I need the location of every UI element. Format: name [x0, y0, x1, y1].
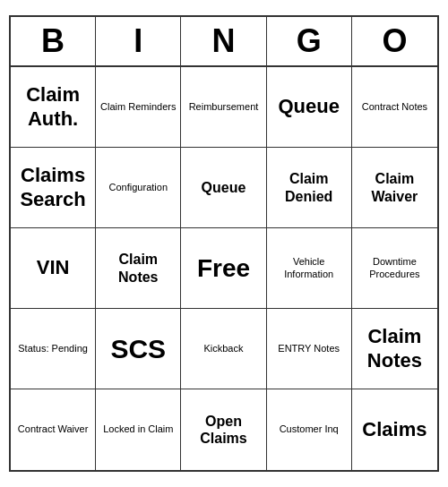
- bingo-cell-14: Downtime Procedures: [352, 228, 437, 309]
- bingo-cell-17: Kickback: [181, 309, 266, 389]
- bingo-cell-24: Claims: [352, 389, 437, 470]
- cell-text-24: Claims: [362, 418, 426, 441]
- header-letter-G: G: [267, 17, 352, 65]
- header-letter-N: N: [181, 17, 266, 65]
- bingo-cell-22: Open Claims: [181, 389, 266, 470]
- cell-text-19: Claim Notes: [356, 325, 434, 372]
- bingo-cell-7: Queue: [181, 148, 266, 228]
- bingo-cell-23: Customer Inq: [267, 389, 352, 470]
- cell-text-10: VIN: [37, 256, 70, 279]
- cell-text-7: Queue: [202, 179, 246, 196]
- cell-text-4: Contract Notes: [362, 101, 427, 113]
- cell-text-0: Claim Auth.: [14, 83, 91, 131]
- cell-text-14: Downtime Procedures: [356, 256, 434, 279]
- bingo-cell-13: Vehicle Information: [267, 228, 352, 309]
- cell-text-15: Status: Pending: [18, 343, 88, 355]
- bingo-cell-11: Claim Notes: [96, 228, 181, 309]
- bingo-cell-20: Contract Waiver: [11, 389, 96, 470]
- bingo-cell-3: Queue: [267, 67, 352, 148]
- cell-text-5: Claims Search: [14, 164, 91, 211]
- bingo-cell-12: Free: [181, 228, 266, 309]
- bingo-cell-6: Configuration: [96, 148, 181, 228]
- bingo-cell-18: ENTRY Notes: [267, 309, 352, 389]
- bingo-cell-9: Claim Waiver: [352, 148, 437, 228]
- bingo-cell-21: Locked in Claim: [96, 389, 181, 470]
- bingo-cell-1: Claim Reminders: [96, 67, 181, 148]
- bingo-cell-0: Claim Auth.: [11, 67, 96, 148]
- cell-text-21: Locked in Claim: [103, 423, 173, 435]
- header-letter-O: O: [352, 17, 437, 65]
- header-letter-B: B: [11, 17, 96, 65]
- cell-text-20: Contract Waiver: [18, 423, 88, 435]
- bingo-cell-16: SCS: [96, 309, 181, 389]
- bingo-cell-5: Claims Search: [11, 148, 96, 228]
- bingo-cell-15: Status: Pending: [11, 309, 96, 389]
- bingo-card: BINGO Claim Auth.Claim RemindersReimburs…: [9, 15, 439, 472]
- bingo-cell-2: Reimbursement: [181, 67, 266, 148]
- cell-text-3: Queue: [278, 95, 339, 118]
- bingo-cell-8: Claim Denied: [267, 148, 352, 228]
- bingo-grid: Claim Auth.Claim RemindersReimbursementQ…: [11, 67, 437, 470]
- bingo-cell-10: VIN: [11, 228, 96, 309]
- cell-text-12: Free: [197, 253, 250, 284]
- cell-text-11: Claim Notes: [99, 251, 177, 285]
- cell-text-23: Customer Inq: [280, 423, 339, 435]
- cell-text-9: Claim Waiver: [356, 170, 434, 204]
- cell-text-22: Open Claims: [185, 413, 262, 447]
- cell-text-13: Vehicle Information: [271, 256, 348, 279]
- cell-text-1: Claim Reminders: [100, 101, 176, 113]
- cell-text-16: SCS: [110, 333, 166, 365]
- cell-text-8: Claim Denied: [271, 170, 348, 204]
- cell-text-6: Configuration: [109, 182, 168, 193]
- bingo-cell-4: Contract Notes: [352, 67, 437, 148]
- cell-text-17: Kickback: [203, 343, 243, 355]
- cell-text-18: ENTRY Notes: [278, 343, 340, 355]
- header-letter-I: I: [96, 17, 181, 65]
- bingo-header: BINGO: [11, 17, 437, 67]
- cell-text-2: Reimbursement: [189, 101, 259, 113]
- bingo-cell-19: Claim Notes: [352, 309, 437, 389]
